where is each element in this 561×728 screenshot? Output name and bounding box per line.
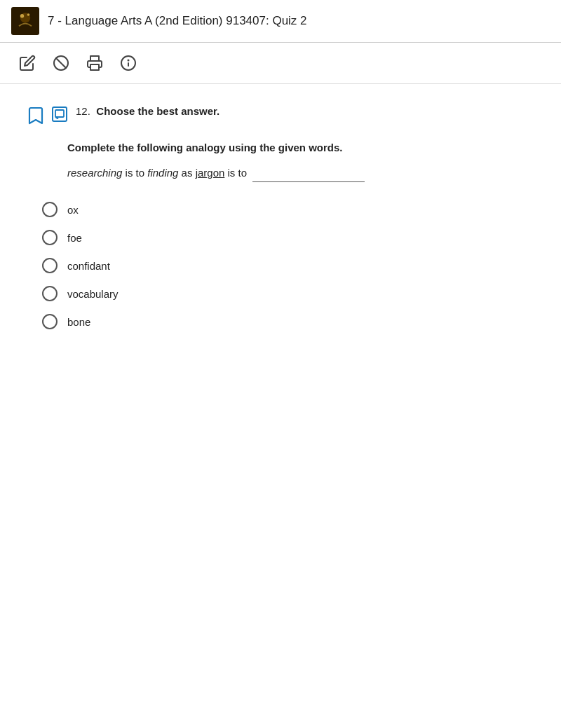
question-header: 12. Choose the best answer. [28, 105, 533, 128]
question-instruction: Choose the best answer. [96, 105, 219, 117]
connector1: is to [122, 167, 147, 179]
word3: jargon [196, 167, 225, 179]
word1: researching [67, 167, 122, 179]
option-label: foe [67, 232, 82, 244]
radio-button[interactable] [42, 230, 58, 245]
page-header: 7 - Language Arts A (2nd Edition) 913407… [0, 0, 561, 43]
question-body: Complete the following analogy using the… [67, 142, 533, 182]
radio-button[interactable] [42, 258, 58, 273]
question-number: 12. [76, 105, 90, 117]
svg-line-5 [56, 58, 66, 68]
svg-rect-10 [55, 110, 64, 117]
option-opt-confidant[interactable]: confidant [42, 258, 533, 273]
option-opt-vocabulary[interactable]: vocabulary [42, 286, 533, 301]
option-opt-ox[interactable]: ox [42, 202, 533, 217]
connector2: as [178, 167, 195, 179]
bookmark-icon[interactable] [28, 107, 43, 128]
ban-icon[interactable] [50, 53, 72, 74]
course-icon [11, 7, 39, 35]
comment-icon[interactable] [52, 107, 67, 122]
svg-point-3 [27, 13, 30, 16]
option-label: confidant [67, 260, 110, 272]
question-text: researching is to finding as jargon is t… [67, 165, 533, 182]
page-title: 7 - Language Arts A (2nd Edition) 913407… [48, 14, 307, 28]
svg-rect-6 [90, 64, 99, 70]
radio-button[interactable] [42, 314, 58, 329]
option-label: vocabulary [67, 288, 119, 300]
main-content: 12. Choose the best answer. Complete the… [0, 84, 561, 350]
word2: finding [147, 167, 178, 179]
radio-button[interactable] [42, 202, 58, 217]
toolbar [0, 43, 561, 84]
option-label: bone [67, 316, 90, 328]
info-icon[interactable] [118, 53, 139, 74]
print-icon[interactable] [84, 53, 105, 74]
option-opt-bone[interactable]: bone [42, 314, 533, 329]
question-prompt: Complete the following analogy using the… [67, 142, 533, 153]
question-instruction-block: 12. Choose the best answer. [76, 105, 219, 118]
option-label: ox [67, 204, 79, 216]
answer-blank [252, 165, 365, 182]
option-opt-foe[interactable]: foe [42, 230, 533, 245]
answer-options: oxfoeconfidantvocabularybone [42, 202, 533, 329]
connector3: is to [224, 167, 250, 179]
radio-button[interactable] [42, 286, 58, 301]
svg-point-2 [20, 14, 24, 18]
pencil-icon[interactable] [17, 53, 38, 74]
